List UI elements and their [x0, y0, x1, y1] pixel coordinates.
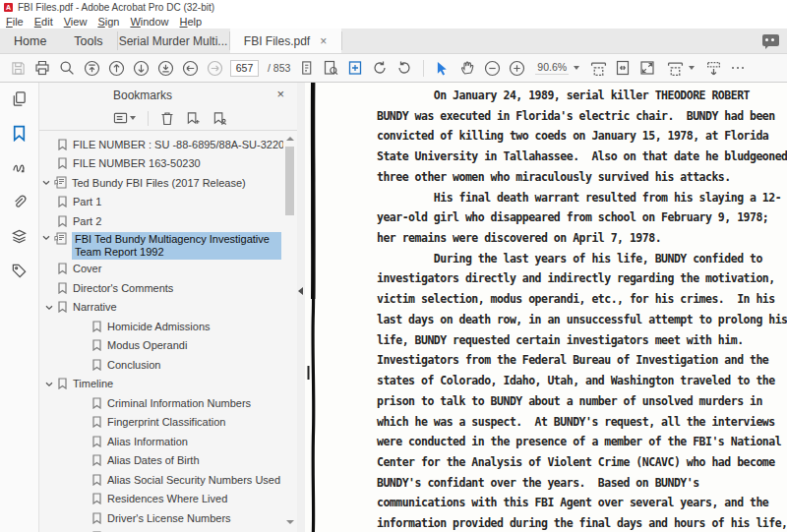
- bookmark-item[interactable]: Alias Social Security Numbers Used: [39, 470, 283, 490]
- bookmark-item[interactable]: Director's Comments: [39, 278, 283, 298]
- layers-panel-icon[interactable]: [9, 226, 30, 247]
- bookmark-group-icon: [54, 176, 67, 189]
- scroll-up-icon[interactable]: [286, 135, 294, 143]
- feedback-bubble-icon[interactable]: [762, 34, 779, 46]
- scroll-down-icon[interactable]: [286, 518, 294, 526]
- document-line: State University in Tallahassee. Also on…: [377, 147, 782, 167]
- fullscreen-icon[interactable]: [638, 59, 656, 77]
- document-line: During the last years of his life, BUNDY…: [377, 249, 782, 269]
- next-page-icon[interactable]: [132, 59, 150, 77]
- menu-sign[interactable]: Sign: [97, 16, 119, 28]
- page-view-icon[interactable]: [297, 59, 315, 77]
- menu-window[interactable]: Window: [130, 16, 168, 28]
- bookmark-item[interactable]: Conclusion: [39, 355, 283, 375]
- close-tab-icon[interactable]: ×: [320, 35, 327, 47]
- bookmark-item[interactable]: Cover: [39, 260, 283, 279]
- close-panel-icon[interactable]: ×: [276, 87, 284, 101]
- tab-tools[interactable]: Tools: [60, 29, 116, 53]
- bookmark-item[interactable]: Timeline: [39, 375, 283, 394]
- bookmarks-panel-icon[interactable]: [9, 123, 30, 144]
- organize-pages-icon[interactable]: [346, 59, 364, 77]
- bookmark-item[interactable]: FILE NUMBER 163-50230: [39, 154, 283, 174]
- expand-current-bookmark-icon[interactable]: [212, 111, 227, 126]
- bookmark-item[interactable]: Criminal Information Numbers: [39, 393, 283, 413]
- delete-bookmark-icon[interactable]: [160, 111, 174, 126]
- bookmark-item[interactable]: Occupations: [39, 528, 283, 532]
- navigation-pane-strip: [0, 83, 39, 532]
- window-titlebar: A FBI Files.pdf - Adobe Acrobat Pro DC (…: [0, 0, 787, 15]
- menu-bar: File Edit View Sign Window Help: [0, 15, 787, 29]
- bookmarks-scrollbar[interactable]: [284, 133, 296, 530]
- document-line: communications with this FBI Agent over …: [377, 493, 782, 513]
- rotate-counterclockwise-icon[interactable]: [395, 59, 413, 77]
- chevron-down-icon[interactable]: [41, 233, 54, 243]
- document-viewport[interactable]: On January 24, 1989, serial killer THEOD…: [305, 83, 787, 532]
- bookmark-item[interactable]: Residences Where Lived: [39, 490, 283, 509]
- bookmark-item[interactable]: Narrative: [39, 298, 283, 318]
- previous-view-icon[interactable]: [181, 59, 199, 77]
- search-icon[interactable]: [58, 59, 76, 77]
- new-bookmark-icon[interactable]: [186, 111, 201, 126]
- signatures-panel-icon[interactable]: [9, 157, 30, 178]
- panel-splitter[interactable]: [297, 83, 305, 532]
- zoom-level-value[interactable]: 90.6%: [535, 61, 569, 75]
- last-page-icon[interactable]: [156, 59, 174, 77]
- document-line: states of Colorado, Idaho, Utah, and Was…: [377, 371, 782, 391]
- save-icon[interactable]: [9, 59, 27, 77]
- bookmark-item[interactable]: Alias Information: [39, 432, 283, 451]
- menu-file[interactable]: File: [6, 16, 24, 28]
- menu-help[interactable]: Help: [180, 16, 203, 28]
- bookmark-icon: [57, 139, 68, 150]
- print-icon[interactable]: [33, 59, 51, 77]
- more-tools-icon[interactable]: [729, 59, 747, 77]
- toolbar-separator: [423, 60, 424, 77]
- bookmark-item[interactable]: Alias Dates of Birth: [39, 451, 283, 471]
- fit-width-icon[interactable]: [589, 59, 607, 77]
- chevron-down-icon[interactable]: [574, 66, 579, 70]
- tab-bar: Home Tools Serial Murder Multi... FBI Fi…: [0, 29, 787, 54]
- attachments-panel-icon[interactable]: [9, 192, 30, 212]
- previous-page-icon[interactable]: [107, 59, 125, 77]
- chevron-down-icon[interactable]: [44, 380, 57, 389]
- page-number-input[interactable]: 657: [230, 60, 259, 77]
- select-tool-icon[interactable]: [434, 59, 452, 77]
- tab-home[interactable]: Home: [0, 29, 60, 53]
- bookmark-item[interactable]: Ted Bundy FBI Files (2017 Release): [39, 173, 283, 193]
- first-page-icon[interactable]: [83, 59, 100, 77]
- bookmark-options-icon[interactable]: [113, 111, 136, 125]
- rotate-clockwise-icon[interactable]: [371, 59, 389, 77]
- page-display-options[interactable]: [666, 59, 695, 77]
- menu-view[interactable]: View: [64, 16, 88, 28]
- page-fit-options-icon[interactable]: [666, 59, 684, 77]
- chevron-down-icon[interactable]: [44, 303, 57, 313]
- hand-tool-icon[interactable]: [458, 59, 476, 77]
- bookmark-icon: [91, 436, 102, 447]
- bookmark-icon: [91, 493, 102, 504]
- bookmark-item[interactable]: Modus Operandi: [39, 336, 283, 356]
- snapshot-page-icon[interactable]: [322, 59, 339, 77]
- scrollbar-thumb[interactable]: [285, 147, 294, 215]
- chevron-down-icon[interactable]: [41, 178, 54, 188]
- bookmark-item[interactable]: Part 2: [39, 211, 283, 231]
- zoom-out-icon[interactable]: [483, 59, 501, 77]
- collapse-panel-icon[interactable]: [298, 287, 303, 295]
- bookmark-item[interactable]: Fingerprint Classification: [39, 413, 283, 433]
- document-line: information provided during the final da…: [377, 513, 782, 532]
- tags-panel-icon[interactable]: [9, 261, 30, 281]
- zoom-in-icon[interactable]: [508, 59, 525, 77]
- zoom-level-control[interactable]: 90.6%: [535, 61, 579, 75]
- bookmark-item[interactable]: FILE NUMBER : SU -88-6895/88A-SU-32205: [39, 135, 283, 154]
- menu-edit[interactable]: Edit: [34, 16, 53, 28]
- doc-tab-fbi-files[interactable]: FBI Files.pdf ×: [230, 29, 341, 53]
- scroll-mode-icon[interactable]: [704, 59, 722, 77]
- page-thumbnails-icon[interactable]: [9, 89, 30, 109]
- doc-tab-serial-murder[interactable]: Serial Murder Multi...: [118, 29, 229, 53]
- bookmark-item-selected[interactable]: FBI Ted Bundy Multiagency Investigative …: [39, 231, 283, 260]
- bookmark-item[interactable]: Homicide Admissions: [39, 317, 283, 336]
- next-view-icon[interactable]: [206, 59, 223, 77]
- bookmark-item[interactable]: Part 1: [39, 193, 283, 212]
- bookmark-item[interactable]: Driver's License Numbers: [39, 508, 283, 528]
- chevron-down-icon[interactable]: [689, 66, 695, 70]
- document-line: convicted of killing two coeds on Januar…: [377, 126, 782, 147]
- fit-page-icon[interactable]: [614, 59, 632, 77]
